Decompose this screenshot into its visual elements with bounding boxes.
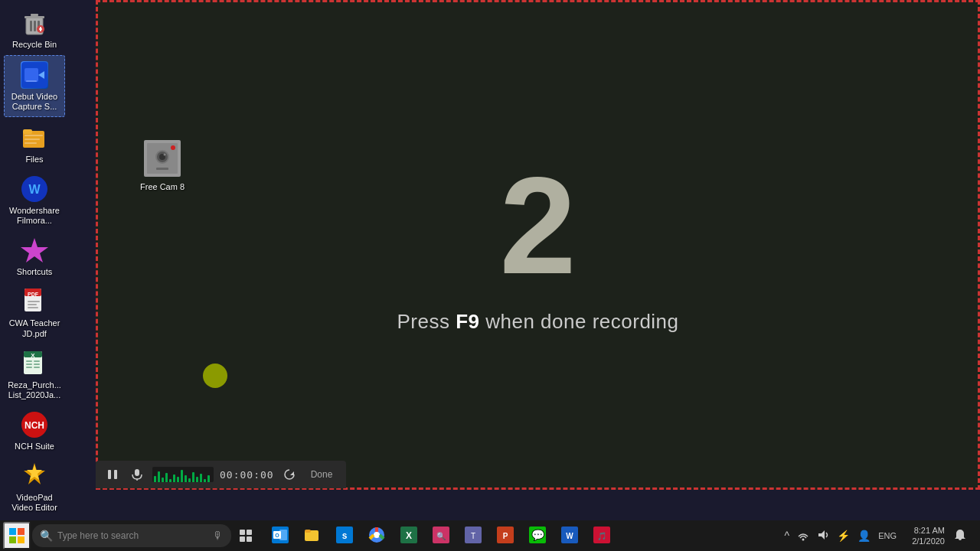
reza-purch-icon: X [19,348,50,379]
recycle-bin-icon [19,8,50,38]
svg-rect-56 [240,530,245,535]
svg-rect-15 [24,135,43,136]
recording-hint: Press F9 when done recording [397,310,678,334]
wondershare-icon: W [19,174,50,204]
svg-rect-55 [18,536,24,543]
nch-suite-label: NCH Suite [15,442,54,452]
recording-overlay: Free Cam 8 2 Press F9 when done recordin… [96,0,980,490]
tray-network-icon[interactable] [795,527,811,545]
svg-rect-52 [9,528,16,535]
clock-time: 8:21 AM [914,525,945,536]
files-label: Files [25,155,43,165]
svg-point-70 [374,532,380,538]
svg-text:🎵: 🎵 [597,531,607,541]
taskbar-app-explorer[interactable] [297,520,328,551]
svg-rect-59 [247,536,252,542]
desktop-icon-recycle-bin[interactable]: Recycle Bin [4,4,65,54]
svg-rect-4 [24,16,44,18]
svg-text:P: P [503,532,508,540]
taskbar-app-chrome[interactable] [361,520,392,551]
cursor-indicator [203,364,227,388]
taskbar-app-word[interactable]: W [554,520,585,551]
notification-center[interactable] [949,522,971,549]
taskbar-app-excel[interactable]: X [394,520,424,551]
svg-rect-35 [34,367,40,368]
taskbar-app-powerpoint[interactable]: P [490,520,521,551]
audio-waveform [152,467,214,482]
svg-text:O: O [275,533,279,538]
svg-rect-24 [28,301,40,302]
svg-rect-57 [247,530,252,535]
svg-text:X: X [406,530,412,541]
desktop-icon-cwa-teacher[interactable]: PDF CWA TeacherJD.pdf [4,282,65,342]
svg-rect-2 [34,21,36,31]
mic-search-icon[interactable]: 🎙 [213,530,224,542]
svg-rect-45 [156,168,168,170]
svg-text:W: W [28,183,41,196]
tray-show-hidden[interactable]: ^ [783,528,792,543]
desktop-icons-container: Recycle Bin Debut VideoCapture S... [0,0,96,520]
freecam-label: Free Cam 8 [140,182,185,191]
taskbar-app-11[interactable]: 🎵 [586,520,617,551]
svg-point-44 [164,154,166,156]
svg-point-85 [802,538,805,540]
svg-rect-58 [240,536,245,542]
svg-marker-86 [818,530,825,540]
tray-lang[interactable]: ENG [877,530,898,542]
mic-icon[interactable] [128,465,146,484]
reza-purch-label: Reza_Purch...List_2020Ja... [8,380,61,400]
svg-rect-8 [40,27,41,31]
taskbar-clock[interactable]: 8:21 AM 2/1/2020 [903,525,945,547]
svg-rect-14 [23,129,32,134]
recording-toolbar: 00:00:00 Done [96,461,346,488]
hint-key: F9 [456,310,479,333]
desktop-icon-videopad[interactable]: VideoPadVideo Editor [4,457,65,517]
desktop: Recycle Bin Debut VideoCapture S... [0,0,980,520]
svg-rect-25 [28,304,37,305]
taskbar: 🔍 🎙 O [0,520,980,551]
desktop-icon-debut-video[interactable]: Debut VideoCapture S... [4,55,65,116]
svg-marker-20 [21,238,48,262]
taskbar-app-wechat[interactable]: 💬 [522,520,553,551]
desktop-icon-shortcuts[interactable]: Shortcuts [4,231,65,281]
svg-rect-12 [26,80,37,82]
tray-volume-icon[interactable] [815,527,831,545]
svg-rect-16 [24,139,40,140]
svg-text:X: X [31,352,35,359]
taskbar-app-outlook[interactable]: O [265,520,296,551]
desktop-icon-freecam[interactable]: Free Cam 8 [136,136,188,195]
svg-rect-5 [31,14,38,16]
taskbar-search-box[interactable]: 🔍 🎙 [32,524,231,547]
svg-rect-66 [305,530,311,533]
tray-people-icon[interactable]: 👤 [856,528,872,543]
svg-text:NCH: NCH [24,420,44,431]
desktop-icon-wondershare[interactable]: W WondershareFilmora... [4,170,65,230]
start-button[interactable] [3,522,31,549]
task-view-button[interactable] [233,522,260,549]
search-icon: 🔍 [40,530,53,542]
taskbar-app-teams[interactable]: T [458,520,488,551]
tray-battery-icon[interactable]: ⚡ [835,528,851,543]
svg-text:T: T [471,532,475,540]
taskbar-app-6[interactable]: 🔍 [426,520,456,551]
svg-text:💬: 💬 [531,529,545,542]
taskbar-pinned-apps: O s [265,520,617,551]
desktop-icon-nch-suite[interactable]: NCH NCH Suite [4,406,65,455]
svg-rect-10 [24,68,38,82]
search-input[interactable] [57,530,195,541]
done-label[interactable]: Done [305,468,339,481]
clock-date: 2/1/2020 [912,536,945,546]
svg-text:s: s [342,530,348,541]
videopad-label: VideoPadVideo Editor [11,493,57,513]
svg-rect-26 [28,307,38,308]
pause-button[interactable] [103,465,122,484]
svg-rect-17 [24,142,37,144]
desktop-icon-reza-purch[interactable]: X Reza_Purch...List_2020Ja... [4,344,65,404]
recycle-bin-label: Recycle Bin [12,40,57,50]
shortcuts-label: Shortcuts [17,267,52,277]
taskbar-app-store[interactable]: s [329,520,360,551]
recording-time: 00:00:00 [220,469,274,481]
countdown-display: 2 [499,157,576,295]
desktop-icon-files[interactable]: Files [4,119,65,168]
reset-button[interactable] [280,465,299,484]
